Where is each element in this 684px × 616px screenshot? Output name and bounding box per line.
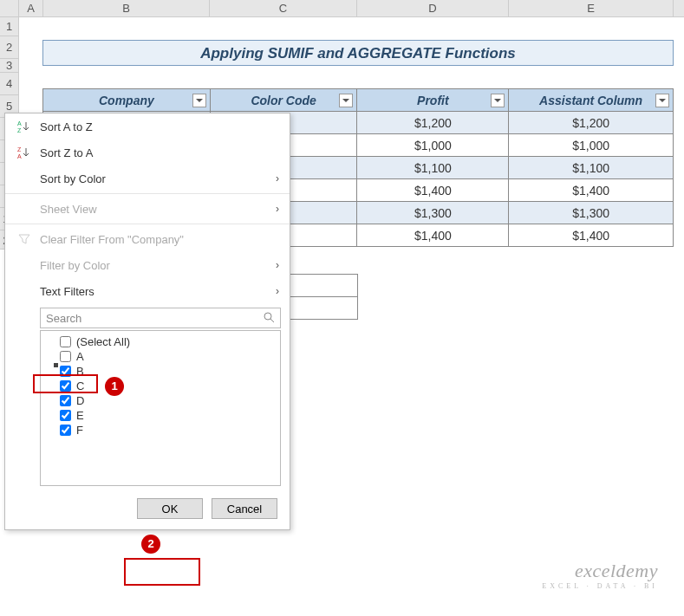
svg-text:A: A — [17, 153, 22, 159]
corner-cell — [0, 0, 19, 16]
cell[interactable]: $1,000 — [357, 134, 509, 157]
tree-item-d[interactable]: D — [46, 393, 275, 408]
header-label: Profit — [417, 94, 449, 107]
filter-search-input[interactable]: Search — [40, 308, 281, 328]
checkbox[interactable] — [60, 410, 71, 421]
cell[interactable]: $1,300 — [357, 202, 509, 224]
cell[interactable]: $1,000 — [509, 134, 674, 157]
chevron-right-icon: › — [276, 259, 279, 271]
sort-by-color[interactable]: Sort by Color › — [5, 165, 290, 191]
column-headers: A B C D E — [0, 0, 684, 17]
checkbox[interactable] — [60, 395, 71, 406]
tree-label: B — [76, 365, 84, 378]
sort-z-to-a[interactable]: ZA Sort Z to A — [5, 139, 290, 165]
filter-button-colorcode[interactable] — [339, 94, 353, 107]
menu-label: Sort by Color — [40, 172, 106, 185]
table-header-row: Company Color Code Profit Assistant Colu… — [43, 89, 674, 112]
tree-item-select-all[interactable]: (Select All) — [46, 334, 275, 349]
tree-item-a[interactable]: A — [46, 349, 275, 364]
row-number[interactable]: 4 — [0, 73, 18, 95]
row-number[interactable]: 3 — [0, 59, 18, 73]
menu-label: Text Filters — [40, 285, 94, 298]
checkbox[interactable] — [60, 351, 71, 362]
svg-text:Z: Z — [17, 146, 22, 152]
search-placeholder: Search — [46, 312, 81, 325]
menu-label: Sort A to Z — [40, 120, 93, 133]
cell[interactable]: $1,400 — [509, 179, 674, 202]
tree-item-b[interactable]: B — [46, 364, 275, 379]
button-row: OK Cancel — [5, 491, 290, 529]
watermark-text: exceldemy — [542, 560, 658, 582]
cell[interactable]: $1,400 — [357, 179, 509, 202]
search-icon — [263, 311, 275, 326]
header-assistant: Assistant Column — [509, 89, 674, 112]
separator — [5, 224, 290, 224]
cell[interactable]: $1,100 — [509, 157, 674, 179]
tree-label: E — [76, 409, 84, 422]
tree-label: (Select All) — [76, 335, 130, 348]
cell[interactable]: $1,200 — [357, 112, 509, 134]
sort-za-icon: ZA — [16, 145, 33, 160]
chevron-right-icon: › — [276, 285, 279, 297]
col-letter[interactable]: E — [509, 0, 674, 16]
col-letter[interactable]: C — [210, 0, 357, 16]
separator — [5, 193, 290, 194]
filter-button-assistant[interactable] — [655, 94, 669, 107]
clear-filter: Clear Filter From "Company" — [5, 226, 290, 252]
callout-2: 2 — [141, 535, 160, 554]
filter-button-profit[interactable] — [491, 94, 505, 107]
tree-label: D — [76, 394, 84, 407]
sort-a-to-z[interactable]: AZ Sort A to Z — [5, 113, 290, 139]
filter-by-color: Filter by Color › — [5, 252, 290, 278]
row-number[interactable]: 1 — [0, 17, 18, 36]
tree-label: C — [76, 379, 84, 392]
sort-az-icon: AZ — [16, 119, 33, 134]
menu-label: Sort Z to A — [40, 146, 93, 159]
page-title: Applying SUMIF and AGGREGATE Functions — [42, 40, 674, 66]
cell[interactable]: $1,200 — [509, 112, 674, 134]
checkbox[interactable] — [60, 380, 71, 392]
header-colorcode: Color Code — [210, 89, 357, 112]
cell[interactable]: $1,300 — [509, 202, 674, 224]
ok-button[interactable]: OK — [137, 498, 203, 519]
svg-text:Z: Z — [17, 127, 22, 133]
header-company: Company — [43, 89, 211, 112]
clear-filter-icon — [16, 231, 33, 247]
checkbox[interactable] — [60, 425, 71, 436]
menu-label: Clear Filter From "Company" — [40, 233, 184, 246]
tree-item-c[interactable]: C — [46, 379, 275, 393]
header-label: Assistant Column — [539, 94, 642, 107]
row-number[interactable]: 2 — [0, 36, 18, 59]
chevron-right-icon: › — [276, 172, 279, 185]
tree-label: F — [76, 424, 83, 437]
callout-1: 1 — [105, 377, 124, 396]
text-filters[interactable]: Text Filters › — [5, 278, 290, 304]
checkbox[interactable] — [60, 366, 71, 377]
svg-text:A: A — [17, 120, 22, 126]
menu-label: Sheet View — [40, 203, 97, 216]
tree-label: A — [76, 350, 84, 363]
col-letter[interactable]: B — [43, 0, 210, 16]
sheet-view: Sheet View › — [5, 196, 290, 222]
tree-item-f[interactable]: F — [46, 423, 275, 438]
col-letter[interactable]: D — [357, 0, 509, 16]
checkbox[interactable] — [60, 336, 71, 347]
filter-button-company[interactable] — [192, 94, 206, 107]
col-letter[interactable]: A — [19, 0, 43, 16]
menu-label: Filter by Color — [40, 259, 110, 272]
highlight-box-2 — [124, 558, 200, 586]
filter-tree: (Select All) A B C D E F — [40, 330, 281, 486]
header-label: Company — [99, 94, 154, 107]
chevron-right-icon: › — [276, 203, 279, 215]
cell[interactable]: $1,100 — [357, 157, 509, 179]
header-label: Color Code — [251, 94, 316, 107]
indeterminate-mark — [54, 363, 58, 367]
watermark-sub: EXCEL · DATA · BI — [542, 582, 658, 590]
cell[interactable]: $1,400 — [357, 224, 509, 247]
cancel-button[interactable]: Cancel — [212, 498, 277, 519]
cell[interactable]: $1,400 — [509, 224, 674, 247]
filter-dropdown: AZ Sort A to Z ZA Sort Z to A Sort by Co… — [4, 113, 290, 530]
tree-item-e[interactable]: E — [46, 408, 275, 423]
watermark: exceldemy EXCEL · DATA · BI — [542, 560, 658, 590]
svg-point-4 — [264, 313, 271, 320]
